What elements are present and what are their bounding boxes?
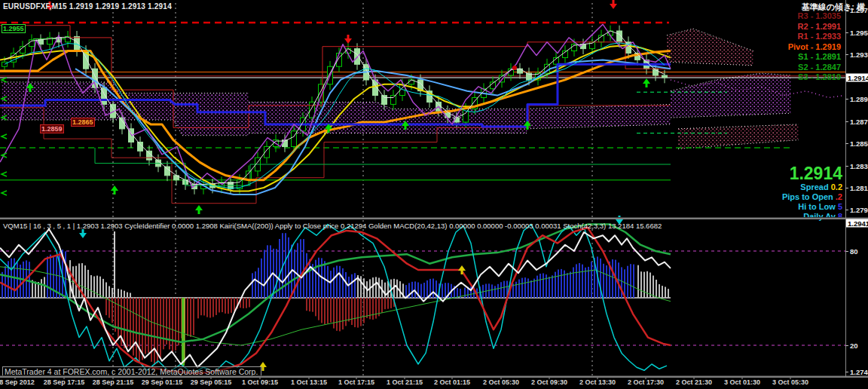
kairi-histogram-bar	[542, 274, 544, 299]
kairi-histogram-bar	[261, 259, 262, 298]
kairi-histogram-bar	[17, 262, 18, 298]
tick-mark	[845, 166, 848, 167]
kairi-histogram-bar	[118, 289, 119, 298]
info-row-spread: Spread 0.2	[782, 182, 842, 192]
kairi-histogram-bar	[442, 283, 443, 298]
kairi-histogram-bar	[102, 279, 104, 298]
kairi-histogram-bar	[288, 237, 289, 298]
kairi-histogram-bar	[363, 298, 365, 323]
kairi-histogram-bar	[457, 288, 458, 298]
time-label: 28 Sep 17:15	[44, 378, 85, 386]
arrow-stem	[328, 129, 330, 133]
time-label: 1 Oct 09:15	[242, 378, 278, 386]
kairi-histogram-bar	[11, 259, 12, 298]
kairi-histogram-bar	[351, 274, 353, 298]
time-label: 3 Oct 01:30	[724, 378, 760, 386]
tick-mark	[845, 345, 848, 346]
kairi-histogram-bar	[521, 278, 523, 298]
kairi-histogram-bar	[445, 283, 446, 298]
kairi-histogram-bar	[306, 298, 307, 311]
kairi-histogram-bar	[246, 298, 247, 308]
kairi-histogram-bar	[87, 270, 89, 298]
kairi-histogram-bar	[90, 275, 92, 298]
kairi-histogram-bar	[606, 265, 607, 298]
time-label: 28 Sep 2012	[0, 378, 35, 386]
symbol-header: EURUSDFXF,M15 1.2919 1.2919 1.2913 1.291…	[3, 2, 172, 11]
kairi-histogram-bar	[546, 274, 547, 298]
histogram-spike	[185, 298, 185, 363]
arrow-stem	[198, 210, 200, 214]
current-price-readout: 1.2914	[782, 164, 842, 182]
kairi-histogram-bar	[668, 289, 669, 298]
info-row-pips-to-open: Pips to Open .2	[782, 192, 842, 202]
main-chart[interactable]	[0, 0, 868, 389]
kairi-histogram-bar	[190, 298, 191, 337]
price-tick: 1.2955	[850, 29, 868, 37]
kairi-histogram-bar	[378, 278, 380, 299]
kairi-histogram-bar	[659, 284, 660, 298]
kairi-histogram-bar	[576, 264, 577, 298]
pivot-row-s1: S1 - 1.2891	[788, 52, 841, 63]
kairi-histogram-bar	[354, 273, 356, 298]
kairi-histogram-bar	[124, 291, 125, 298]
kairi-histogram-bar	[84, 265, 86, 298]
kairi-histogram-bar	[303, 239, 304, 298]
kairi-histogram-bar	[306, 253, 307, 298]
kairi-histogram-bar	[536, 276, 538, 298]
panel-divider[interactable]	[0, 217, 868, 219]
kairi-histogram-bar	[249, 298, 250, 308]
kairi-histogram-bar	[558, 270, 559, 299]
kairi-histogram-bar	[339, 266, 341, 298]
kairi-histogram-bar	[656, 280, 657, 298]
candle-body	[662, 75, 668, 78]
kairi-histogram-bar	[515, 282, 517, 298]
kairi-histogram-bar	[633, 265, 634, 298]
kairi-histogram-bar	[142, 298, 143, 360]
signal-dot	[512, 66, 517, 70]
kairi-histogram-bar	[243, 298, 244, 308]
left-edge-marker-icon	[2, 78, 7, 82]
info-row-hi-to-low: Hi to Low 5	[782, 202, 842, 212]
kairi-histogram-bar	[345, 298, 347, 326]
tick-mark	[845, 54, 848, 55]
kairi-histogram-bar	[464, 288, 466, 299]
kairi-histogram-bar	[99, 277, 101, 298]
chart-price-label: 1.2865	[71, 118, 95, 127]
tick-mark	[845, 210, 848, 210]
kairi-histogram-bar	[330, 271, 332, 298]
price-tick: 1.2975	[850, 6, 868, 14]
price-tick: 1.2935	[850, 51, 868, 59]
arrow-stem	[114, 191, 116, 194]
kairi-histogram-bar	[426, 280, 428, 298]
kairi-histogram-bar	[206, 298, 208, 317]
kairi-histogram-bar	[372, 298, 374, 320]
kairi-histogram-bar	[136, 298, 137, 361]
kairi-histogram-bar	[139, 298, 140, 363]
kairi-histogram-bar	[582, 265, 583, 298]
kairi-histogram-bar	[212, 298, 214, 317]
time-label: 2 Oct 21:30	[676, 378, 712, 386]
tick-mark	[845, 10, 848, 11]
sell-arrow-icon	[344, 38, 352, 44]
tick-mark	[845, 188, 848, 188]
sell-arrow-icon	[610, 4, 617, 9]
ichimoku-cloud	[667, 29, 753, 66]
left-edge-marker-icon	[2, 134, 7, 139]
kairi-histogram-bar	[255, 271, 256, 298]
kairi-histogram-bar	[500, 282, 502, 298]
kairi-histogram-bar	[363, 278, 365, 298]
kairi-histogram-bar	[124, 298, 125, 348]
kairi-histogram-bar	[333, 298, 335, 329]
time-label: 1 Oct 17:15	[338, 378, 374, 386]
kairi-histogram-bar	[339, 298, 341, 331]
kairi-histogram-bar	[215, 298, 217, 315]
indicator-values-header: VQM15 | 16 , 3 , 5 , 1 | 1.2903 1.2903 C…	[3, 222, 662, 230]
price-tick: 1.2815	[850, 184, 868, 192]
kairi-histogram-bar	[252, 273, 253, 298]
time-label: 3 Oct 05:30	[772, 378, 808, 386]
price-tick: 1.2795	[850, 206, 868, 214]
pivot-row-r3: R3 - 1.3035	[788, 11, 841, 22]
indicator-panel[interactable]	[0, 216, 845, 379]
arrow-stem	[527, 126, 529, 130]
kairi-histogram-bar	[591, 262, 592, 298]
